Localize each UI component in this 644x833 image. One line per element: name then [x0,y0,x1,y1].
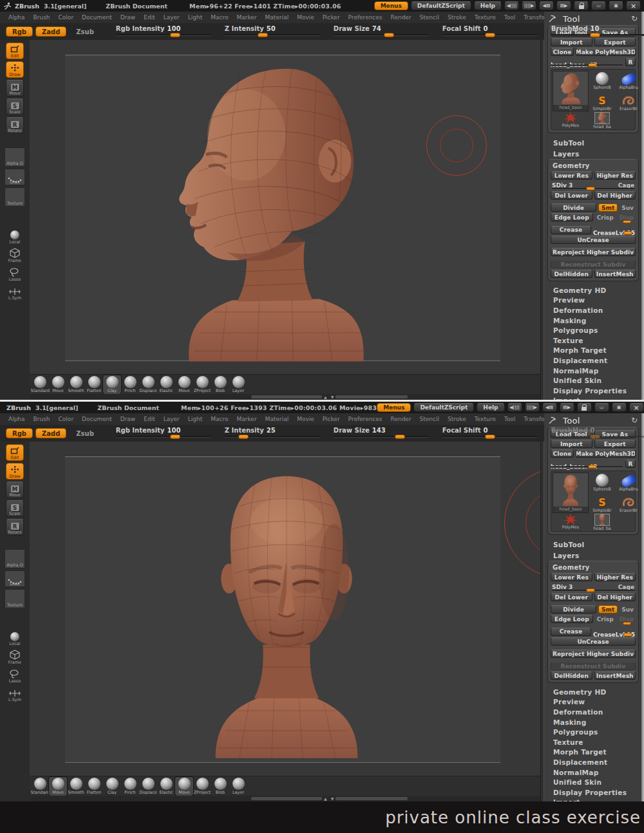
menu-render[interactable]: Render [391,416,412,422]
creaselvl-slider[interactable]: CreaseLvl15 [593,627,636,636]
scroll-up-icon[interactable]: ▲ [324,797,327,801]
slider-handle[interactable] [395,435,405,439]
slider-handle[interactable] [590,435,600,439]
dock-left-icon[interactable]: ◀▤ [539,1,554,10]
focal-shift-slider[interactable]: Focal Shift0 [442,25,538,38]
reload-icon[interactable]: ↻ [631,416,638,424]
rgb-toggle[interactable]: Rgb [6,26,33,37]
menu-alpha[interactable]: Alpha [8,14,25,21]
rgb-intensity-slider[interactable]: Rgb Intensity100 [116,25,211,38]
close-icon[interactable]: × [626,1,641,10]
dock-right-icon[interactable]: ▤▶ [560,403,574,412]
r-button[interactable]: R [625,460,636,468]
crisp-toggle[interactable]: Crisp [595,214,616,221]
active-tool-thumbnail[interactable]: head_base [553,473,589,513]
menu-picker[interactable]: Picker [323,14,340,21]
section-preview[interactable]: Preview [547,697,639,707]
disp-slider[interactable]: Disp [618,214,636,221]
del-lower-button[interactable]: Del Lower [551,191,592,200]
active-tool-slider[interactable]: head_base.42 R [551,459,636,469]
default-zscript-button[interactable]: DefaultZScript [413,403,474,412]
section-import[interactable]: Import [547,798,639,801]
section-geometry-hd[interactable]: Geometry HD [547,687,639,697]
menu-brush[interactable]: Brush [33,14,50,21]
brush-standard[interactable]: Standard [31,375,49,394]
help-button[interactable]: Help [477,403,504,412]
stroke-swatch[interactable]: Dots [5,570,25,587]
zadd-toggle[interactable]: Zadd [35,26,66,37]
scroll-right-icon[interactable]: ||||▶ [522,1,536,10]
menu-macro[interactable]: Macro [211,14,228,21]
tool-simplebrush[interactable]: SimpleBr [589,91,615,111]
tool-palette-header[interactable]: Tool ↻ [547,414,639,427]
menu-render[interactable]: Render [391,14,412,21]
reproject-higher-subdiv-button[interactable]: Reproject Higher Subdiv [551,248,636,256]
frame-button[interactable]: Frame [6,247,24,263]
lock-icon[interactable] [577,403,592,412]
canvas-scrollbar[interactable]: ▲ ▼ [30,796,540,801]
subtool-section[interactable]: SubTool [547,137,639,148]
geometry-section[interactable]: Geometry [553,564,636,571]
section-unified-skin[interactable]: Unified Skin [547,375,639,386]
brush-zproject[interactable]: ZProject [193,777,211,796]
tool-headbase-thumb[interactable]: head_ba [589,514,615,530]
tool-sphereb[interactable]: SphereB [589,473,615,492]
draw-button[interactable]: Draw [6,463,24,480]
creaselvl-slider[interactable]: CreaseLvl15 [593,225,636,234]
draw-size-slider[interactable]: Draw Size143 [334,427,429,440]
brush-flatten[interactable]: Flatten [85,375,103,394]
tool-palette-header[interactable]: Tool ↻ [547,12,639,25]
z-intensity-slider[interactable]: Z Intensity25 [225,427,320,440]
zsub-toggle[interactable]: Zsub [70,428,99,438]
menu-edit[interactable]: Edit [144,14,155,21]
slider-handle[interactable] [384,33,394,37]
menu-texture[interactable]: Texture [475,14,496,21]
clone-button[interactable]: Clone [551,449,574,458]
del-higher-button[interactable]: Del Higher [594,191,636,200]
del-higher-button[interactable]: Del Higher [594,593,636,601]
brush-flatten[interactable]: Flatten [85,777,103,796]
brushmod-slider[interactable]: BrushMod10 [551,25,644,38]
brush-move[interactable]: Move [49,777,67,796]
menu-document[interactable]: Document [82,14,112,21]
menu-movie[interactable]: Movie [297,416,314,422]
slider-handle[interactable] [485,435,495,439]
import-button[interactable]: Import [551,440,592,448]
focal-shift-slider[interactable]: Focal Shift0 [442,427,538,440]
brush-layer[interactable]: Layer [229,777,247,796]
menu-color[interactable]: Color [59,416,74,422]
delhidden-button[interactable]: DelHidden [551,270,592,278]
menu-document[interactable]: Document [82,416,112,422]
dock-right-icon[interactable]: ▤▶ [556,1,571,10]
brush-move2[interactable]: Move [175,777,193,796]
delhidden-button[interactable]: DelHidden [551,671,592,680]
canvas-scrollbar[interactable]: ▲ ▼ [30,394,540,400]
brush-blob[interactable]: Blob [211,777,229,796]
lsym-button[interactable]: L.Sym [6,284,24,301]
scrollbar-handle[interactable] [336,797,408,800]
close-icon[interactable]: × [629,403,644,412]
slider-handle[interactable] [586,187,595,191]
menu-stroke[interactable]: Stroke [448,416,466,422]
rotate-button[interactable]: R Rotate [6,117,24,134]
make-polymesh3d-button[interactable]: Make PolyMesh3D [576,449,636,458]
menu-draw[interactable]: Draw [120,416,136,422]
make-polymesh3d-button[interactable]: Make PolyMesh3D [576,48,636,56]
section-display-properties[interactable]: Display Properties [547,386,639,396]
edge-loop-button[interactable]: Edge Loop [551,615,593,623]
lower-res-button[interactable]: Lower Res [551,573,592,581]
tool-eraserbrush[interactable]: EraserBr [616,91,641,111]
section-polygroups[interactable]: Polygroups [547,727,639,737]
tool-simplebrush[interactable]: SimpleBr [589,492,615,513]
tool-sphereb[interactable]: SphereB [589,71,615,90]
brushmod-slider[interactable]: BrushMod0 [551,427,644,440]
section-normalmap[interactable]: NormalMap [547,366,639,376]
menu-marker[interactable]: Marker [236,416,256,422]
edge-loop-button[interactable]: Edge Loop [551,213,593,221]
lasso-button[interactable]: Lasso [6,667,24,684]
section-display-properties[interactable]: Display Properties [547,787,639,798]
brush-blob[interactable]: Blob [211,375,229,394]
slider-handle[interactable] [238,435,249,439]
sculpt-canvas[interactable]: Standard Move Smooth Flatten Clay Pinch … [30,40,540,400]
menu-tool[interactable]: Tool [504,14,515,21]
